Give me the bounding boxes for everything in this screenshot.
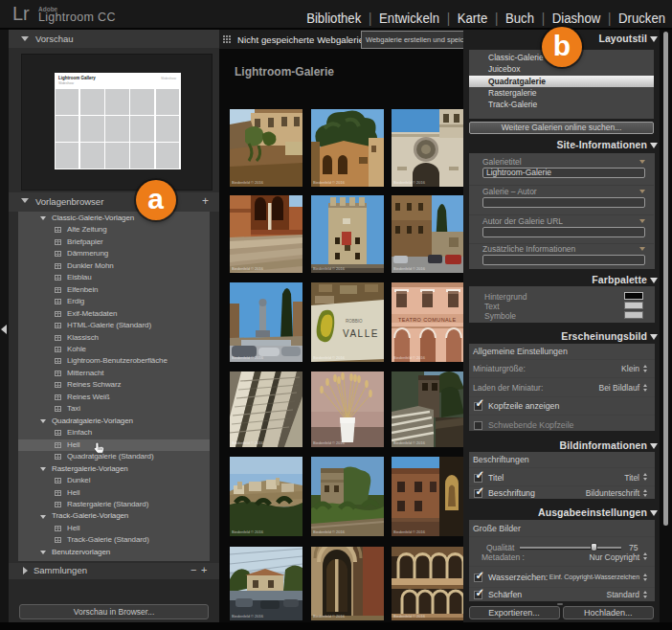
svg-text:Biedenfeld © 2016: Biedenfeld © 2016 [393,440,426,445]
svg-text:Biedenfeld © 2016: Biedenfeld © 2016 [232,266,264,271]
svg-text:Biedenfeld © 2016: Biedenfeld © 2016 [313,529,346,534]
svg-text:Biedenfeld © 2016: Biedenfeld © 2016 [313,355,346,360]
svg-text:Biedenfeld © 2016: Biedenfeld © 2016 [232,440,264,445]
svg-text:Biedenfeld © 2016: Biedenfeld © 2016 [393,529,426,534]
svg-text:Biedenfeld © 2016: Biedenfeld © 2016 [393,180,426,185]
svg-text:VALLE: VALLE [343,328,379,339]
svg-text:Biedenfeld © 2016: Biedenfeld © 2016 [313,180,346,185]
svg-text:Biedenfeld © 2016: Biedenfeld © 2016 [232,180,264,185]
svg-text:Biedenfeld © 2016: Biedenfeld © 2016 [232,355,264,360]
svg-text:Biedenfeld © 2016: Biedenfeld © 2016 [313,614,346,619]
svg-text:ROBBIO: ROBBIO [346,319,363,324]
svg-text:Biedenfeld © 2016: Biedenfeld © 2016 [393,355,426,360]
svg-text:Biedenfeld © 2016: Biedenfeld © 2016 [313,266,346,271]
svg-text:Biedenfeld © 2016: Biedenfeld © 2016 [393,614,426,619]
svg-text:Biedenfeld © 2016: Biedenfeld © 2016 [313,440,346,445]
svg-text:Biedenfeld © 2016: Biedenfeld © 2016 [232,529,264,534]
svg-text:TEATRO COMUNALE: TEATRO COMUNALE [398,317,457,323]
svg-text:Biedenfeld © 2016: Biedenfeld © 2016 [393,266,426,271]
svg-text:Biedenfeld © 2016: Biedenfeld © 2016 [232,614,264,619]
